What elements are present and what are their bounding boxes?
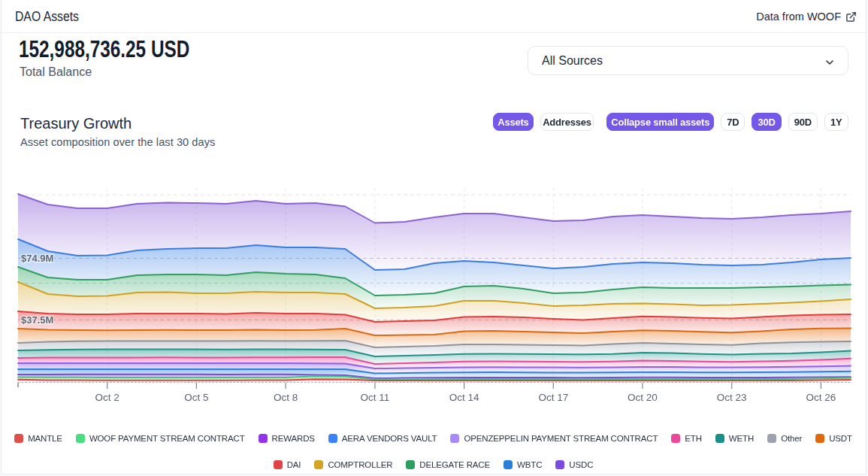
svg-text:Oct 14: Oct 14 (449, 392, 479, 403)
svg-text:Oct 17: Oct 17 (538, 392, 568, 403)
svg-text:Oct 23: Oct 23 (717, 392, 747, 403)
svg-text:Oct 26: Oct 26 (806, 392, 836, 403)
svg-text:$37.5M: $37.5M (21, 314, 53, 326)
svg-text:Oct 20: Oct 20 (628, 392, 658, 403)
svg-text:Oct 11: Oct 11 (361, 392, 390, 403)
svg-text:Oct 5: Oct 5 (184, 392, 208, 403)
svg-text:Oct 8: Oct 8 (274, 392, 298, 403)
svg-text:Oct 2: Oct 2 (95, 392, 119, 403)
svg-text:$74.9M: $74.9M (21, 253, 53, 264)
